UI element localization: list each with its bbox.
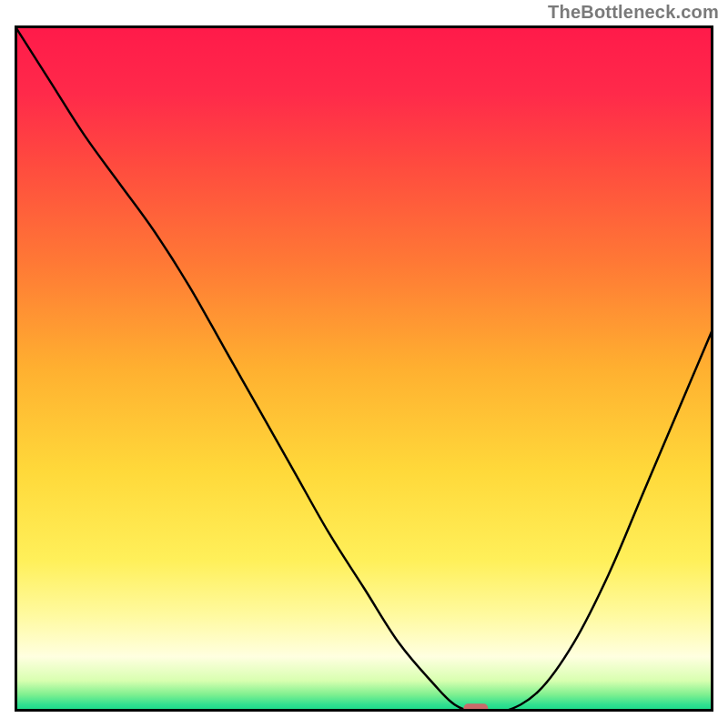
chart-svg bbox=[15, 25, 713, 712]
gradient-fill bbox=[15, 25, 713, 712]
plot-area bbox=[15, 25, 713, 712]
attribution-label: TheBottleneck.com bbox=[548, 2, 719, 23]
chart-container: TheBottleneck.com bbox=[0, 0, 728, 728]
